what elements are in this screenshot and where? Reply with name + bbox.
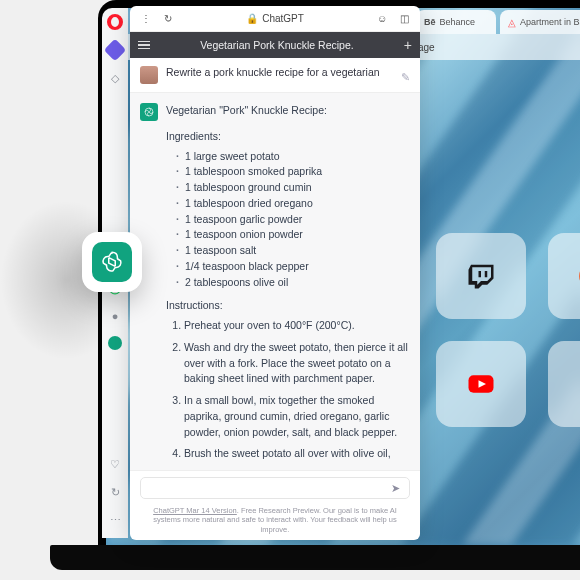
instruction-step: In a small bowl, mix together the smoked… <box>184 393 408 440</box>
assistant-avatar <box>140 103 158 121</box>
user-avatar <box>140 66 158 84</box>
tile-youtube[interactable] <box>436 341 526 427</box>
laptop-base <box>50 545 580 570</box>
airbnb-icon: ◬ <box>508 17 516 28</box>
panel-title: 🔒 ChatGPT <box>246 13 304 25</box>
sidebar-dot-icon[interactable]: ● <box>107 308 123 324</box>
conversation-title: Vegetarian Pork Knuckle Recipe. <box>158 39 396 51</box>
chatgpt-panel: ⋮ ↻ 🔒 ChatGPT ☺ ◫ Vegetarian Pork Knuckl… <box>130 6 420 540</box>
chatgpt-badge-inner <box>92 242 132 282</box>
recipe-title: Vegetarian "Pork" Knuckle Recipe: <box>166 103 408 119</box>
sidebar-diamond-icon[interactable]: ◇ <box>107 70 123 86</box>
tab-label: Behance <box>440 17 476 27</box>
ingredient-item: 1 teaspoon garlic powder <box>176 212 408 228</box>
tab-behance[interactable]: Bē Behance <box>416 10 496 34</box>
youtube-icon <box>466 369 496 399</box>
instruction-step: Preheat your oven to 400°F (200°C). <box>184 318 408 334</box>
user-message: Rewrite a pork knuckle recipe for a vege… <box>130 58 420 93</box>
extension-icon[interactable]: ◫ <box>398 13 410 25</box>
chatgpt-logo-icon <box>143 106 155 118</box>
conversation-header: Vegetarian Pork Knuckle Recipe. + <box>130 32 420 58</box>
tab-label: Apartment in Barce <box>520 17 580 27</box>
instruction-step: Brush the sweet potato all over with oli… <box>184 446 408 460</box>
panel-address-bar: ⋮ ↻ 🔒 ChatGPT ☺ ◫ <box>130 6 420 32</box>
heart-icon[interactable]: ♡ <box>107 456 123 472</box>
ingredient-item: 1 teaspoon salt <box>176 243 408 259</box>
assistant-body: Vegetarian "Pork" Knuckle Recipe: Ingred… <box>166 103 408 460</box>
chatgpt-badge <box>82 232 142 292</box>
assistant-message: Vegetarian "Pork" Knuckle Recipe: Ingred… <box>130 93 420 470</box>
instructions-heading: Instructions: <box>166 298 408 314</box>
new-chat-button[interactable]: + <box>404 37 412 53</box>
composer: ➤ <box>130 470 420 503</box>
user-message-text: Rewrite a pork knuckle recipe for a vege… <box>166 66 393 84</box>
opera-logo-icon[interactable] <box>107 14 123 30</box>
ingredients-heading: Ingredients: <box>166 129 408 145</box>
instructions-list: Preheat your oven to 400°F (200°C).Wash … <box>166 318 408 460</box>
footer-disclaimer: ChatGPT Mar 14 Version. Free Research Pr… <box>130 503 420 540</box>
menu-icon[interactable] <box>138 41 150 50</box>
ingredient-item: 1 large sweet potato <box>176 149 408 165</box>
history-icon[interactable]: ↻ <box>107 484 123 500</box>
smile-icon[interactable]: ☺ <box>376 13 388 25</box>
tile-twitch[interactable] <box>436 233 526 319</box>
message-input[interactable]: ➤ <box>140 477 410 499</box>
ingredient-item: 1 tablespoon dried oregano <box>176 196 408 212</box>
kebab-icon[interactable]: ⋮ <box>140 13 152 25</box>
ingredient-item: 2 tablespoons olive oil <box>176 275 408 291</box>
tile-reddit[interactable] <box>548 233 580 319</box>
tile-netflix[interactable] <box>548 341 580 427</box>
instruction-step: Wash and dry the sweet potato, then pier… <box>184 340 408 387</box>
ingredient-item: 1 tablespoon smoked paprika <box>176 164 408 180</box>
ingredient-item: 1 tablespoon ground cumin <box>176 180 408 196</box>
settings-icon[interactable]: ⋯ <box>107 512 123 528</box>
version-link[interactable]: ChatGPT Mar 14 Version <box>153 506 237 515</box>
lock-icon: 🔒 <box>246 13 258 25</box>
panel-title-text: ChatGPT <box>262 13 304 24</box>
chatgpt-sidebar-icon[interactable] <box>108 336 122 350</box>
speed-dial-grid <box>436 233 580 427</box>
ingredients-list: 1 large sweet potato1 tablespoon smoked … <box>166 149 408 291</box>
sidebar-workspace-icon[interactable] <box>104 39 127 62</box>
twitch-icon <box>466 261 496 291</box>
ingredient-item: 1 teaspoon onion powder <box>176 227 408 243</box>
ingredient-item: 1/4 teaspoon black pepper <box>176 259 408 275</box>
chatgpt-logo-icon <box>99 249 125 275</box>
edit-icon[interactable]: ✎ <box>401 71 410 84</box>
tab-airbnb-1[interactable]: ◬ Apartment in Barce <box>500 10 580 34</box>
reload-icon[interactable]: ↻ <box>162 13 174 25</box>
behance-icon: Bē <box>424 17 436 27</box>
send-icon[interactable]: ➤ <box>389 482 401 494</box>
